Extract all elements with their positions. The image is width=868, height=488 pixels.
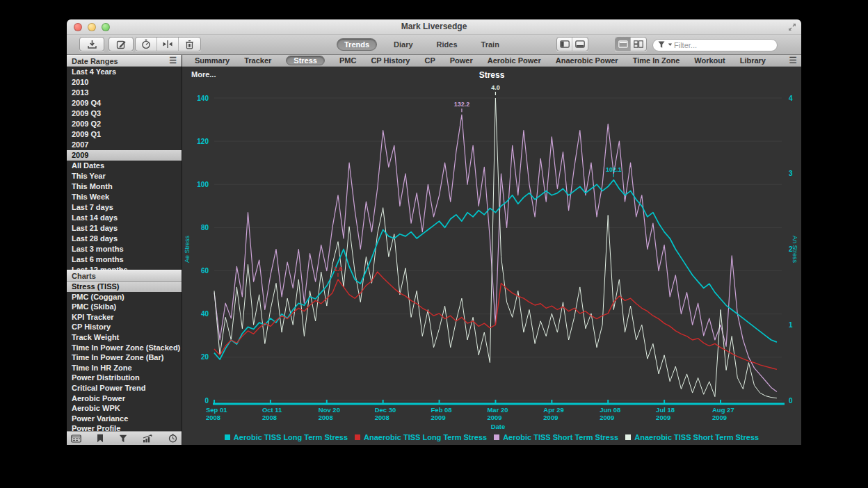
bookmark-icon[interactable] — [97, 434, 104, 443]
charts-list: Stress (TISS)PMC (Coggan)PMC (Skiba)KPI … — [67, 282, 182, 445]
chart-list-item[interactable]: Stress (TISS) — [67, 282, 182, 292]
fullscreen-icon[interactable] — [787, 22, 797, 32]
bar-chart-icon[interactable] — [143, 434, 153, 443]
date-range-item[interactable]: 2007 — [67, 140, 182, 150]
tab-aerobic-power[interactable]: Aerobic Power — [488, 56, 541, 65]
download-button[interactable] — [79, 37, 104, 51]
chart-list-item[interactable]: Aerobic WPK — [67, 403, 182, 414]
chart-list-item[interactable]: PMC (Skiba) — [67, 302, 182, 312]
split-ride-button[interactable] — [157, 38, 179, 51]
series-aerobic-tiss-short-term-stress — [214, 115, 777, 391]
view-trends[interactable]: Trends — [337, 38, 377, 51]
view-diary[interactable]: Diary — [387, 39, 420, 50]
date-range-item[interactable]: Last 28 days — [67, 234, 182, 244]
series-anaerobic-tiss-short-term-stress — [214, 98, 777, 398]
date-ranges-menu-icon[interactable]: ☰ — [169, 56, 177, 66]
date-range-item[interactable]: All Dates — [67, 161, 182, 171]
legend-item[interactable]: Aerobic TISS Short Term Stress — [494, 433, 618, 441]
intervals-button[interactable] — [136, 38, 157, 51]
charts-header: Charts — [67, 270, 182, 282]
date-range-item[interactable]: Last 14 days — [67, 213, 182, 223]
chart-list-item[interactable]: Aerobic Power — [67, 393, 182, 404]
sidebar-bottom-bar — [67, 431, 182, 445]
date-range-item[interactable]: Last 21 days — [67, 223, 182, 234]
filter-funnel-icon[interactable] — [658, 40, 673, 49]
minimize-button[interactable] — [88, 23, 96, 31]
zoom-button[interactable] — [102, 23, 110, 31]
legend-label: Anaerobic TISS Long Term Stress — [364, 433, 487, 441]
date-range-item[interactable]: Last 3 months — [67, 244, 182, 254]
sidebar-toggle-button[interactable] — [557, 38, 572, 51]
date-range-item[interactable]: 2009 Q1 — [67, 129, 182, 140]
tabbar-menu-icon[interactable]: ☰ — [789, 55, 797, 66]
date-range-item[interactable]: 2009 Q4 — [67, 98, 182, 108]
tab-stress[interactable]: Stress — [286, 56, 325, 65]
legend-item[interactable]: Aerobic TISS Long Term Stress — [225, 433, 348, 441]
clock-icon[interactable] — [168, 434, 177, 443]
tab-workout[interactable]: Workout — [694, 56, 725, 65]
tab-cp-history[interactable]: CP History — [371, 56, 410, 65]
compose-button[interactable] — [108, 37, 134, 51]
date-range-item[interactable]: This Month — [67, 181, 182, 192]
sidebar: Date Ranges ☰ Last 4 Years201020132009 Q… — [67, 55, 182, 445]
date-range-item[interactable]: This Week — [67, 192, 182, 202]
date-range-item[interactable]: Last 6 months — [67, 254, 182, 265]
x-axis-tick-label: Jul 182009 — [656, 406, 675, 421]
tab-time-in-zone[interactable]: Time In Zone — [633, 56, 680, 65]
chart-list-item[interactable]: CP History — [67, 322, 182, 332]
date-range-item[interactable]: Last 4 Years — [67, 67, 182, 77]
chart-list-item[interactable]: Power Variance — [67, 414, 182, 424]
tab-cp[interactable]: CP — [424, 56, 435, 65]
tiled-view-button[interactable] — [631, 38, 646, 51]
tab-power[interactable]: Power — [450, 56, 473, 65]
funnel-icon[interactable] — [119, 434, 127, 443]
legend-swatch — [355, 434, 360, 440]
x-axis-tick-label: Feb 082009 — [431, 406, 452, 421]
left-axis-tick: 40 — [201, 310, 209, 318]
chart-list-item[interactable]: Track Weight — [67, 332, 182, 343]
tab-pmc[interactable]: PMC — [339, 56, 356, 65]
left-axis-tick: 100 — [197, 181, 209, 188]
chart-list-item[interactable]: Power Distribution — [67, 373, 182, 383]
bottombar-toggle-button[interactable] — [572, 38, 588, 51]
chart-list-item[interactable]: Critical Power Trend — [67, 383, 182, 393]
calendar-icon[interactable] — [71, 434, 81, 443]
legend-label: Aerobic TISS Short Term Stress — [503, 433, 618, 441]
tab-summary[interactable]: Summary — [195, 56, 230, 65]
peak-label: 102.1 — [606, 166, 622, 173]
tab-anaerobic-power[interactable]: Anaerobic Power — [556, 56, 618, 65]
tab-tracker[interactable]: Tracker — [244, 56, 271, 65]
date-range-item[interactable]: This Year — [67, 171, 182, 181]
date-range-item[interactable]: 2009 Q2 — [67, 119, 182, 129]
date-range-item[interactable]: Last 12 months — [67, 265, 182, 270]
chart-list-item[interactable]: Time In Power Zone (Stacked) — [67, 343, 182, 353]
peak-label: 1.6 — [334, 266, 343, 273]
close-button[interactable] — [74, 23, 82, 31]
single-view-button[interactable] — [616, 38, 631, 51]
x-axis-title: Date — [491, 423, 506, 430]
date-range-item[interactable]: Last 7 days — [67, 202, 182, 213]
tab-library[interactable]: Library — [740, 56, 766, 65]
left-axis-tick: 0 — [204, 397, 209, 405]
x-axis-tick-label: Oct 112008 — [262, 406, 282, 421]
legend-item[interactable]: Anaerobic TISS Short Term Stress — [625, 433, 759, 441]
date-range-item[interactable]: 2013 — [67, 88, 182, 98]
chart-list-item[interactable]: PMC (Coggan) — [67, 292, 182, 302]
date-range-item[interactable]: 2010 — [67, 77, 182, 88]
layout-toggle-group — [615, 37, 647, 51]
legend-item[interactable]: Anaerobic TISS Long Term Stress — [355, 433, 487, 441]
delete-button[interactable] — [179, 38, 200, 51]
peak-label: 4.0 — [491, 84, 500, 91]
filter-field-wrap — [652, 38, 778, 51]
chart-list-item[interactable]: Time In Power Zone (Bar) — [67, 352, 182, 363]
date-range-item[interactable]: 2009 Q3 — [67, 108, 182, 119]
single-view-icon — [618, 40, 628, 48]
date-range-item[interactable]: 2009 — [67, 150, 182, 161]
chart-panel: More... Stress 14012010080604020043210Ae… — [182, 67, 801, 445]
view-train[interactable]: Train — [474, 39, 506, 50]
split-arrows-icon — [162, 40, 173, 49]
chart-list-item[interactable]: Time In HR Zone — [67, 363, 182, 373]
view-rides[interactable]: Rides — [430, 39, 465, 50]
chart-list-item[interactable]: KPI Tracker — [67, 312, 182, 323]
traffic-lights — [74, 23, 110, 31]
